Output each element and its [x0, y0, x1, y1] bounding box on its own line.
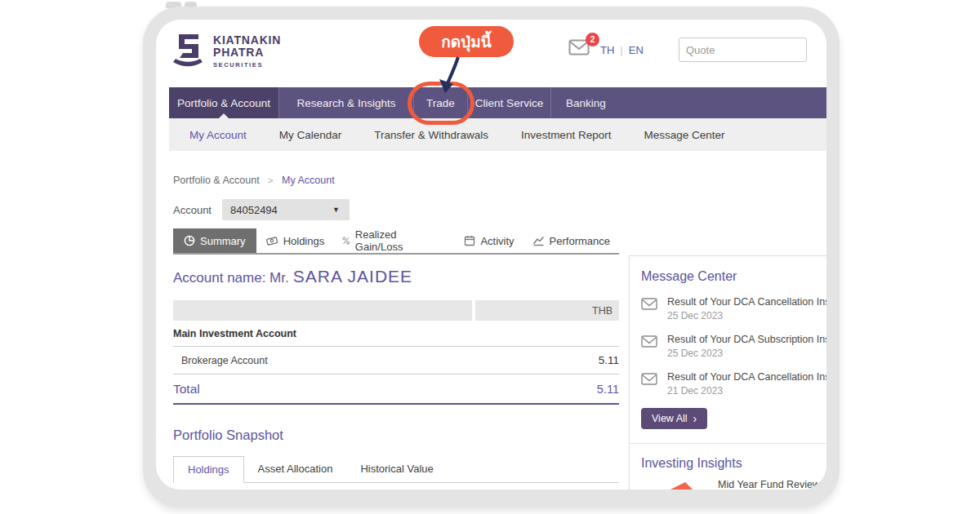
- sub-navbar: My Account My Calendar Transfer & Withdr…: [169, 118, 826, 151]
- message-title: Result of Your DCA Cancellation Instruct…: [667, 371, 826, 383]
- account-name-heading: Account name: Mr.SARA JAIDEE: [173, 267, 412, 286]
- snapshot-tab-historical-value[interactable]: Historical Value: [346, 455, 447, 482]
- tablet-frame: KIATNAKIN PHATRA SECURITIES กดปุ่มนี้ 2: [143, 7, 840, 507]
- account-name-prefix: Account name: Mr.: [173, 270, 289, 286]
- right-side-panel: Message Center Result of Your DCA Cancel…: [629, 255, 826, 490]
- line-chart-icon: [532, 235, 545, 246]
- table-group-row: Main Investment Account: [173, 321, 619, 347]
- message-date: 25 Dec 2023: [667, 310, 826, 321]
- message-title: Result of Your DCA Cancellation Instruct…: [667, 296, 826, 308]
- account-dropdown-value: 84052494: [230, 204, 278, 216]
- callout-arrow-icon: [435, 55, 466, 95]
- messages-button[interactable]: 2: [568, 39, 593, 60]
- kiatnakin-phatra-logo-icon: [169, 31, 207, 70]
- subnav-item-message-center[interactable]: Message Center: [635, 129, 733, 141]
- lang-separator: |: [620, 44, 622, 56]
- press-this-button-callout: กดปุ่มนี้: [419, 26, 514, 57]
- summary-tabs: Summary Holdings Realized Gain/Loss: [173, 229, 619, 255]
- quote-search-input[interactable]: [686, 44, 826, 56]
- quote-search-box: [679, 38, 807, 62]
- total-value: 5.11: [597, 383, 619, 396]
- calendar-icon: [464, 235, 475, 246]
- subnav-item-my-calendar[interactable]: My Calendar: [271, 129, 350, 141]
- tab-summary[interactable]: Summary: [173, 228, 256, 253]
- message-list-item[interactable]: Result of Your DCA Cancellation Instruct…: [641, 371, 826, 397]
- envelope-icon: [641, 335, 657, 348]
- brand-name-line2: PHATRA: [213, 47, 281, 59]
- message-center-title: Message Center: [641, 269, 826, 284]
- envelope-icon: [641, 373, 657, 385]
- brand-name-line3: SECURITIES: [213, 61, 281, 69]
- page: KIATNAKIN PHATRA SECURITIES กดปุ่มนี้ 2: [0, 0, 980, 514]
- brand-logo: KIATNAKIN PHATRA SECURITIES: [169, 31, 281, 70]
- screen: KIATNAKIN PHATRA SECURITIES กดปุ่มนี้ 2: [156, 20, 826, 490]
- portfolio-snapshot-title: Portfolio Snapshot: [173, 428, 283, 443]
- subnav-item-transfer-withdrawals[interactable]: Transfer & Withdrawals: [366, 129, 497, 141]
- brand-name-line1: KIATNAKIN: [213, 34, 281, 47]
- row-value: 5.11: [599, 354, 619, 366]
- view-all-button[interactable]: View All ›: [641, 408, 707, 429]
- tab-activity[interactable]: Activity: [455, 228, 523, 253]
- insight-article[interactable]: Mid Year Fund Review 2023: [641, 479, 826, 490]
- account-selector-label: Account: [173, 204, 212, 216]
- table-header-row: THB: [173, 300, 619, 321]
- account-dropdown[interactable]: 84052494 ▼: [222, 199, 350, 220]
- snapshot-tabs: Holdings Asset Allocation Historical Val…: [173, 455, 619, 483]
- banknote-icon: [265, 235, 278, 246]
- account-selector-row: Account 84052494 ▼: [173, 199, 350, 220]
- table-total-row: Total 5.11: [173, 374, 619, 405]
- account-holder-name: SARA JAIDEE: [293, 267, 412, 286]
- nav-item-client-service[interactable]: Client Service: [467, 87, 550, 118]
- article-title: Mid Year Fund Review 2023: [718, 479, 826, 490]
- subnav-item-my-account[interactable]: My Account: [181, 129, 255, 141]
- unread-count-badge: 2: [586, 33, 599, 47]
- breadcrumb-current: My Account: [282, 175, 335, 186]
- row-label: Brokerage Account: [173, 355, 268, 366]
- percent-icon: [342, 235, 350, 246]
- tab-holdings[interactable]: Holdings: [256, 228, 334, 253]
- investing-insights-title: Investing Insights: [641, 456, 826, 471]
- article-thumbnail: [641, 479, 710, 490]
- table-header-currency: THB: [475, 300, 619, 321]
- envelope-icon: [641, 298, 657, 310]
- nav-item-research-insights[interactable]: Research & Insights: [278, 87, 413, 118]
- message-date: 25 Dec 2023: [667, 348, 826, 359]
- tab-realized-gain-loss[interactable]: Realized Gain/Loss: [333, 228, 432, 253]
- table-header-empty-cell: [173, 300, 472, 321]
- panel-divider: [630, 443, 826, 444]
- message-list-item[interactable]: Result of Your DCA Subscription Instruct…: [641, 334, 826, 359]
- lang-en-link[interactable]: EN: [629, 44, 644, 56]
- nav-item-banking[interactable]: Banking: [550, 87, 621, 118]
- account-balance-table: THB Main Investment Account Brokerage Ac…: [173, 300, 619, 405]
- table-row: Brokerage Account 5.11: [173, 347, 619, 374]
- chevron-right-icon: ›: [693, 414, 697, 423]
- nav-item-portfolio-account[interactable]: Portfolio & Account: [169, 87, 278, 118]
- total-label: Total: [173, 382, 200, 397]
- message-date: 21 Dec 2023: [667, 385, 826, 397]
- subnav-item-investment-report[interactable]: Investment Report: [513, 129, 619, 141]
- snapshot-tab-holdings[interactable]: Holdings: [173, 456, 244, 483]
- lang-th-link[interactable]: TH: [600, 44, 614, 56]
- snapshot-tab-asset-allocation[interactable]: Asset Allocation: [244, 455, 347, 482]
- chevron-down-icon: ▼: [332, 206, 340, 214]
- language-switch: TH|EN: [600, 44, 644, 56]
- message-title: Result of Your DCA Subscription Instruct…: [667, 334, 826, 345]
- breadcrumb: Portfolio & Account > My Account: [173, 175, 335, 186]
- pie-chart-icon: [184, 235, 195, 246]
- breadcrumb-separator: >: [268, 175, 273, 185]
- breadcrumb-parent[interactable]: Portfolio & Account: [173, 175, 260, 186]
- tab-performance[interactable]: Performance: [523, 228, 619, 253]
- message-list-item[interactable]: Result of Your DCA Cancellation Instruct…: [641, 296, 826, 321]
- main-navbar: Portfolio & Account Research & Insights …: [169, 87, 826, 118]
